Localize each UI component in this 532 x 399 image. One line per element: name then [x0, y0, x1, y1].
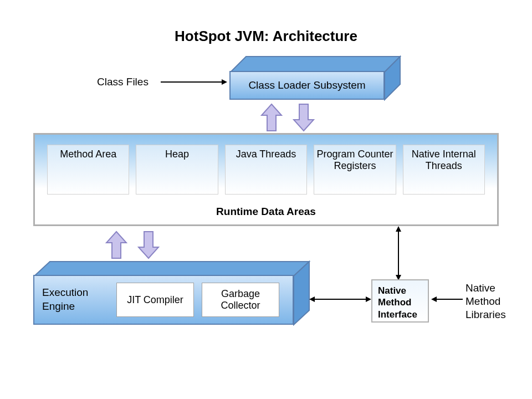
class-loader-label: Class Loader Subsystem — [248, 79, 365, 91]
garbage-collector-box: Garbage Collector — [202, 283, 279, 317]
arrowhead-icon — [366, 296, 371, 302]
svg-marker-0 — [231, 57, 400, 72]
class-loader-box: Class Loader Subsystem — [229, 55, 401, 100]
svg-marker-2 — [262, 104, 282, 131]
runtime-cell: Native Internal Threads — [403, 145, 485, 195]
arrowhead-icon — [222, 79, 227, 85]
runtime-caption: Runtime Data Areas — [35, 206, 497, 218]
execution-engine-box: Execution Engine JIT Compiler Garbage Co… — [33, 260, 310, 325]
arrow-up-icon — [260, 103, 283, 132]
native-method-libraries-label: Native Method Libraries — [466, 282, 521, 321]
arrow-libraries-to-nmi — [436, 299, 463, 300]
diagram-title: HotSpot JVM: Architecture — [0, 28, 532, 45]
runtime-cell: Method Area — [47, 145, 129, 195]
arrow-runtime-to-nmi — [398, 231, 399, 276]
runtime-cell: Program Counter Registers — [314, 145, 396, 195]
arrowhead-icon — [431, 296, 437, 302]
arrow-exec-to-nmi — [314, 299, 367, 300]
arrow-down-icon — [137, 231, 160, 259]
arrowhead-icon — [309, 296, 315, 302]
svg-marker-7 — [294, 262, 309, 325]
runtime-cell: Heap — [136, 145, 218, 195]
native-method-interface-box: Native Method Interface — [371, 279, 429, 323]
arrow-classfiles-to-loader — [161, 81, 223, 83]
svg-marker-4 — [106, 232, 126, 258]
svg-marker-3 — [294, 104, 314, 131]
runtime-cell: Java Threads — [225, 145, 307, 195]
jit-compiler-box: JIT Compiler — [116, 283, 194, 317]
arrow-up-icon — [105, 231, 127, 259]
arrow-down-icon — [293, 103, 315, 132]
class-files-label: Class Files — [97, 75, 149, 89]
svg-marker-6 — [34, 262, 309, 276]
svg-marker-5 — [139, 232, 158, 258]
runtime-data-areas-panel: Method Area Heap Java Threads Program Co… — [33, 133, 499, 226]
svg-marker-1 — [385, 57, 400, 100]
execution-engine-label: Execution Engine — [42, 286, 103, 313]
arrowhead-icon — [396, 226, 401, 232]
